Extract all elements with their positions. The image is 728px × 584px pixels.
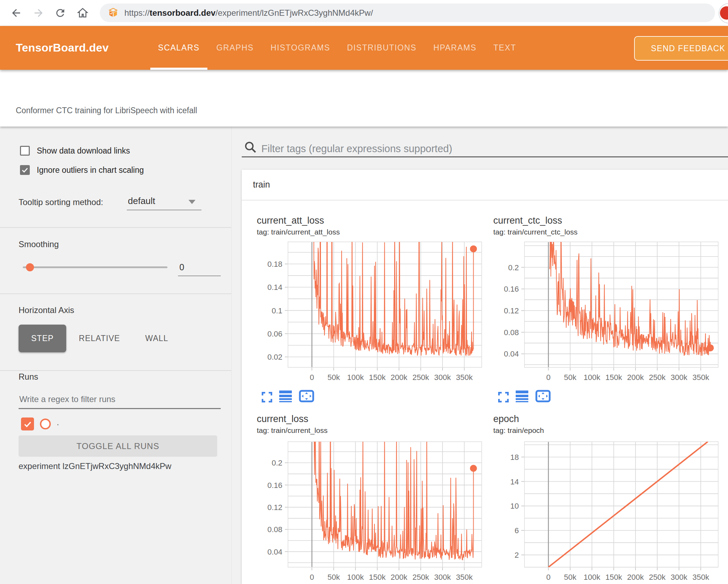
tab-scalars[interactable]: SCALARS xyxy=(150,26,207,70)
chart-plot-current_att_loss[interactable]: 050k100k150k200k250k300k350k0.020.060.10… xyxy=(258,239,485,384)
svg-text:0.16: 0.16 xyxy=(504,285,519,293)
smoothing-value-underline xyxy=(178,276,221,276)
svg-text:0.1: 0.1 xyxy=(272,306,282,315)
svg-text:50k: 50k xyxy=(564,373,577,382)
tab-hparams[interactable]: HPARAMS xyxy=(426,26,484,70)
svg-text:0.18: 0.18 xyxy=(267,260,282,269)
tooltip-sorting-dropdown[interactable]: default xyxy=(128,196,155,206)
log-scale-icon[interactable] xyxy=(279,391,292,402)
runs-filter-underline xyxy=(19,408,221,409)
horizontal-axis-toggle: STEPRELATIVEWALL xyxy=(19,325,181,352)
home-icon[interactable] xyxy=(74,5,91,21)
url-bar[interactable]: https://tensorboard.dev/experiment/lzGnE… xyxy=(100,4,715,22)
svg-text:0.2: 0.2 xyxy=(272,459,282,467)
svg-text:0: 0 xyxy=(310,573,314,582)
chart-title: current_loss xyxy=(257,414,308,425)
horizontal-axis-label: Horizontal Axis xyxy=(19,305,74,315)
svg-text:0: 0 xyxy=(546,573,550,582)
svg-text:0: 0 xyxy=(310,373,314,382)
svg-text:200k: 200k xyxy=(391,573,408,582)
tag-group-header[interactable] xyxy=(242,170,728,201)
svg-text:100k: 100k xyxy=(347,573,364,582)
svg-text:18: 18 xyxy=(510,453,519,462)
svg-text:150k: 150k xyxy=(605,373,623,382)
chart-title: epoch xyxy=(493,414,519,425)
axis-option-relative[interactable]: RELATIVE xyxy=(66,325,133,352)
tab-text[interactable]: TEXT xyxy=(486,26,524,70)
svg-text:0.08: 0.08 xyxy=(267,525,282,534)
svg-text:350k: 350k xyxy=(456,573,473,582)
app-header: TensorBoard.dev SCALARSGRAPHSHISTOGRAMSD… xyxy=(0,26,728,70)
svg-text:250k: 250k xyxy=(412,373,430,382)
svg-text:0.12: 0.12 xyxy=(267,503,282,512)
expand-chart-icon[interactable] xyxy=(498,392,509,402)
svg-text:250k: 250k xyxy=(412,573,430,582)
chart-tag: tag: train/current_loss xyxy=(257,426,328,435)
fit-data-icon[interactable] xyxy=(535,390,551,402)
svg-text:250k: 250k xyxy=(649,573,666,582)
show-download-links-checkbox[interactable] xyxy=(20,146,30,156)
svg-text:150k: 150k xyxy=(605,573,623,582)
svg-text:150k: 150k xyxy=(369,573,386,582)
filter-tags-input[interactable] xyxy=(261,141,682,156)
svg-text:0.14: 0.14 xyxy=(267,283,282,292)
dropdown-underline xyxy=(127,210,201,210)
svg-text:150k: 150k xyxy=(369,373,386,382)
back-icon[interactable] xyxy=(8,5,25,21)
smoothing-slider-thumb[interactable] xyxy=(26,263,34,271)
chart-plot-epoch[interactable]: 050k100k150k200k250k300k350k26101418 xyxy=(495,439,721,584)
svg-text:0.04: 0.04 xyxy=(267,548,282,556)
ignore-outliers-label: Ignore outliers in chart scaling xyxy=(37,165,144,175)
toggle-all-runs-button[interactable]: TOGGLE ALL RUNS xyxy=(19,435,217,457)
app-logo: TensorBoard.dev xyxy=(16,26,109,70)
smoothing-label: Smoothing xyxy=(19,239,59,249)
send-feedback-button[interactable]: SEND FEEDBACK xyxy=(634,36,728,61)
chart-plot-current_loss[interactable]: 050k100k150k200k250k300k350k0.040.080.12… xyxy=(258,439,485,584)
tab-graphs[interactable]: GRAPHS xyxy=(209,26,262,70)
tab-histograms[interactable]: HISTOGRAMS xyxy=(263,26,338,70)
chart-title: current_ctc_loss xyxy=(493,215,562,226)
svg-text:200k: 200k xyxy=(627,373,644,382)
tooltip-sorting-label: Tooltip sorting method: xyxy=(19,197,103,207)
tag-group-title: train xyxy=(253,179,270,190)
svg-text:0.06: 0.06 xyxy=(267,330,282,338)
svg-text:300k: 300k xyxy=(671,373,688,382)
chart-tag: tag: train/current_att_loss xyxy=(257,228,340,236)
divider xyxy=(0,227,231,228)
svg-text:250k: 250k xyxy=(649,373,666,382)
run-name: . xyxy=(57,418,59,427)
chart-title: current_att_loss xyxy=(257,215,324,226)
run-color-swatch[interactable] xyxy=(40,419,51,429)
fit-data-icon[interactable] xyxy=(299,390,314,402)
svg-text:6: 6 xyxy=(515,526,519,535)
reload-icon[interactable] xyxy=(52,5,69,21)
svg-text:100k: 100k xyxy=(347,373,364,382)
smoothing-slider-track[interactable] xyxy=(23,266,167,268)
run-checkbox[interactable] xyxy=(21,417,34,430)
tab-distributions[interactable]: DISTRIBUTIONS xyxy=(339,26,424,70)
svg-text:50k: 50k xyxy=(564,573,577,582)
axis-option-step[interactable]: STEP xyxy=(19,325,66,352)
chart-plot-current_ctc_loss[interactable]: 050k100k150k200k250k300k350k0.040.080.12… xyxy=(495,239,721,384)
chart-toolbar xyxy=(498,390,551,402)
svg-text:0.16: 0.16 xyxy=(267,481,282,490)
check-icon xyxy=(21,166,29,174)
svg-text:350k: 350k xyxy=(456,373,473,382)
svg-text:0.04: 0.04 xyxy=(504,349,519,358)
log-scale-icon[interactable] xyxy=(516,391,528,402)
chevron-down-icon[interactable] xyxy=(188,200,195,204)
experiment-title: Conformer CTC training for LibriSpeech w… xyxy=(16,106,197,115)
svg-text:0.02: 0.02 xyxy=(267,353,282,361)
sidebar-divider xyxy=(231,127,232,584)
svg-text:350k: 350k xyxy=(692,573,709,582)
chart-tag: tag: train/current_ctc_loss xyxy=(493,228,577,236)
ignore-outliers-checkbox[interactable] xyxy=(20,165,30,175)
expand-chart-icon[interactable] xyxy=(262,392,272,402)
forward-icon[interactable] xyxy=(30,5,47,21)
svg-text:300k: 300k xyxy=(671,573,688,582)
svg-text:50k: 50k xyxy=(328,373,340,382)
runs-filter-input[interactable] xyxy=(19,392,216,407)
axis-option-wall[interactable]: WALL xyxy=(133,325,181,352)
smoothing-value[interactable]: 0 xyxy=(179,262,184,272)
svg-text:0: 0 xyxy=(546,373,550,382)
